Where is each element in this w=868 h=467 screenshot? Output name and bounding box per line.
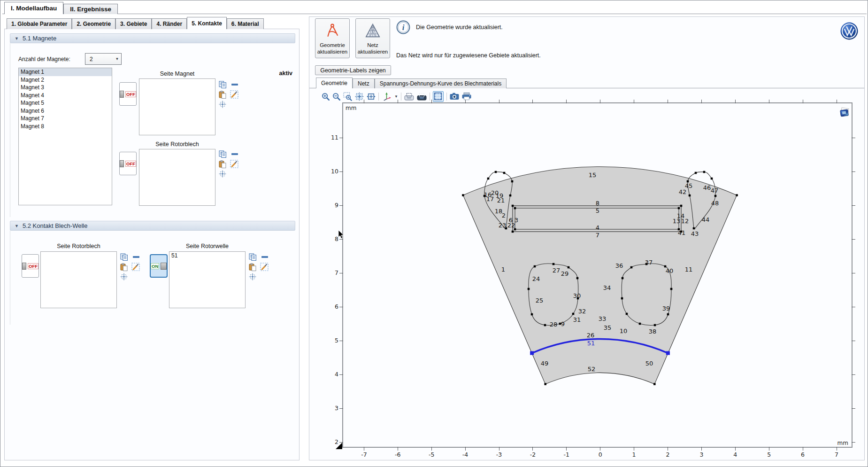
view-tab-geometrie[interactable]: Geometrie [316,78,353,88]
s2-rotorblech-title: Seite Rotorblech [40,243,117,249]
zoom-to-selection-icon[interactable] [120,273,128,280]
edge-label-42: 42 [679,188,687,195]
magnet-list-item[interactable]: Magnet 1 [19,68,112,76]
x-tick-label: 4 [727,451,744,458]
copy-icon[interactable] [249,253,257,261]
zoom-to-selection-icon[interactable] [219,101,226,108]
magnet-list-item[interactable]: Magnet 2 [19,76,112,84]
paste-icon[interactable] [219,160,226,168]
vw-logo [840,22,858,40]
magnet-list-item[interactable]: Magnet 5 [19,99,112,107]
axis-tick [735,100,736,103]
camera-icon[interactable] [450,93,459,100]
y-tick-label: 10 [322,168,338,175]
s2-rotorblech-list[interactable] [40,251,117,308]
section-header-magnete[interactable]: ▼ 5.1 Magnete [10,33,295,43]
unit-label-bottom: mm [837,440,848,446]
edge-label-34: 34 [603,284,611,291]
seite-rotorblech-toggle-button[interactable]: OFF [119,152,137,175]
view-tab-netz[interactable]: Netz [353,78,375,88]
paste-icon[interactable] [249,263,256,271]
tab-2-geometrie[interactable]: 2. Geometrie [72,18,115,29]
update-mesh-button[interactable]: Netz aktualisieren [355,18,390,58]
graphics-canvas[interactable]: 1516201917211826323228547141312414342454… [343,103,852,447]
anzahl-magnete-select[interactable]: 2 ▼ [85,53,122,65]
tab-ergebnisse-label: II. Ergebnisse [70,6,111,13]
update-geometry-button[interactable]: Geometrie aktualisieren [315,18,350,58]
edge-label-11: 11 [685,266,693,273]
printer-icon[interactable] [462,93,471,100]
magnet-list-item[interactable]: Magnet 4 [19,92,112,100]
tab-modellaufbau-label: I. Modellaufbau [11,5,57,12]
zoom-selected-icon[interactable] [355,92,364,101]
edge-label-52: 52 [588,366,596,373]
seite-magnet-toggle-button[interactable]: OFF [119,82,137,106]
paste-icon[interactable] [120,263,128,271]
tab-modellaufbau[interactable]: I. Modellaufbau [4,2,63,14]
s2-rotorwelle-list[interactable]: 51 [169,251,246,308]
magnet-list-item[interactable]: Magnet 8 [19,123,112,131]
zoom-box-icon[interactable] [343,92,352,101]
graphics-toolbar: ▼ [322,91,650,102]
s2-rotorblech-toggle-button[interactable]: OFF [22,254,39,278]
axis-tick [769,447,769,451]
toolbar-separator [401,93,401,101]
magnet-list-item[interactable]: Magnet 3 [19,84,112,92]
copy-icon[interactable] [219,150,227,158]
paste-icon[interactable] [219,91,226,99]
remove-icon[interactable] [231,83,238,86]
edge-label-10: 10 [620,327,628,335]
seite-rotorblech-list[interactable] [139,149,215,206]
clear-selection-icon[interactable] [230,90,238,99]
snapshot-dark-icon[interactable] [417,93,427,101]
clear-selection-icon[interactable] [131,263,140,271]
magnet-list[interactable]: Magnet 1Magnet 2Magnet 3Magnet 4Magnet 5… [18,68,112,205]
remove-icon[interactable] [231,152,238,156]
tab-1-globale-parameter[interactable]: 1. Globale Parameter [7,18,72,29]
mesh-icon [365,23,381,39]
zoom-to-selection-icon[interactable] [219,170,226,178]
application-window: I. Modellaufbau II. Ergebnisse 1. Global… [0,0,868,467]
axis-tick [634,100,634,103]
zoom-out-icon[interactable] [332,93,340,101]
clear-selection-icon[interactable] [230,160,238,168]
axis-tick [364,447,364,451]
seite-magnet-toolbar [219,81,247,111]
clear-selection-icon[interactable] [260,263,269,271]
tab-4-r-nder[interactable]: 4. Ränder [152,18,187,29]
seite-magnet-list[interactable] [139,78,215,135]
copy-icon[interactable] [219,81,227,89]
edge-label-51: 51 [587,340,595,347]
zoom-to-selection-icon[interactable] [249,273,256,280]
view-dropdown-caret-icon[interactable]: ▼ [394,94,398,99]
zoom-in-icon[interactable] [322,93,330,101]
tab-3-gebiete[interactable]: 3. Gebiete [115,18,152,29]
s2-rotorwelle-toggle-button[interactable]: ON [150,254,168,278]
axis-tick [431,100,432,103]
snapshot-light-icon[interactable] [404,93,414,101]
axis-tick [364,100,364,103]
section-header-kontakt-blech-welle[interactable]: ▼ 5.2 Kontakt Blech-Welle [10,221,295,231]
axis-tick [634,447,634,451]
s2-rotorwelle-title: Seite Rotorwelle [169,243,246,249]
x-tick-label: 2 [660,451,676,458]
magnet-list-item[interactable]: Magnet 6 [19,107,112,115]
off-badge: OFF [125,91,136,97]
view-tab-spannungs-dehnungs-kurve-des-blechmaterials[interactable]: Spannungs-Dehnungs-Kurve des Blechmateri… [375,78,507,88]
zoom-extents-icon[interactable] [367,92,376,101]
collapse-icon: ▼ [15,224,19,228]
default-view-icon[interactable] [382,92,392,101]
tab-ergebnisse[interactable]: II. Ergebnisse [63,4,118,14]
show-grid-button[interactable] [433,91,444,102]
tab-5-kontakte[interactable]: 5. Kontakte [187,17,227,29]
show-geometry-labels-button[interactable]: Geometrie-Labels zeigen [315,65,391,75]
x-tick-label: 0 [592,451,609,458]
rotorwelle-list-item[interactable]: 51 [169,252,245,260]
toggle-square-icon [161,263,167,270]
copy-icon[interactable] [120,253,128,261]
tab-6-material[interactable]: 6. Material [227,18,264,29]
remove-icon[interactable] [132,255,140,259]
plot-window-icon[interactable] [839,107,850,119]
magnet-list-item[interactable]: Magnet 7 [19,115,112,123]
remove-icon[interactable] [261,255,269,259]
